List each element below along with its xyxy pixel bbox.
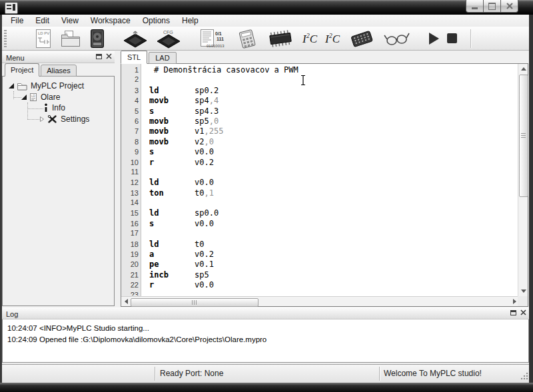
menu-item[interactable]: Edit xyxy=(29,15,55,27)
tab-project[interactable]: Project xyxy=(5,63,39,77)
expander-closed-icon[interactable] xyxy=(39,116,45,122)
svg-text:0/1: 0/1 xyxy=(215,31,222,36)
svg-text:01010013: 01010013 xyxy=(207,44,225,48)
new-file-button[interactable]: LD PV xyxy=(35,28,52,49)
code-operand: v0.1 xyxy=(195,260,214,269)
plc-diamond-upload-icon xyxy=(123,29,148,49)
log-title: Log xyxy=(2,310,18,318)
tree-item-settings[interactable]: Settings xyxy=(39,114,114,125)
line-number: 22 xyxy=(121,281,144,289)
code-line: 6movbsp5,0 xyxy=(121,116,518,126)
code-operand: sp4,4 xyxy=(195,96,219,105)
minimize-icon xyxy=(472,7,478,9)
svg-text:LD: LD xyxy=(31,94,36,97)
close-icon xyxy=(506,3,513,9)
float-log-panel-icon[interactable] xyxy=(510,310,516,315)
scroll-down-button[interactable] xyxy=(518,286,528,296)
stop-button[interactable] xyxy=(447,28,457,49)
menu-item[interactable]: Options xyxy=(137,15,176,27)
arrow-right-icon xyxy=(513,299,516,304)
expander-open-icon[interactable] xyxy=(9,83,14,89)
line-number: 4 xyxy=(121,97,144,104)
line-number: 14 xyxy=(121,198,144,206)
code-editor[interactable]: 1# Demonštrácia casovacov a PWM23ldsp0.2… xyxy=(121,63,528,307)
maximize-button[interactable] xyxy=(483,0,501,13)
log-entry: 10:24:07 <INFO>MyPLC Studio starting... xyxy=(7,323,524,334)
watch-button[interactable] xyxy=(384,28,410,49)
plc-config-button[interactable]: CFG xyxy=(156,28,181,49)
line-number: 19 xyxy=(121,250,144,258)
code-line: 14 xyxy=(121,198,518,208)
line-number: 1 xyxy=(121,66,144,74)
menu-item[interactable]: Workspace xyxy=(85,15,137,27)
close-log-panel-icon[interactable] xyxy=(520,309,526,315)
status-separator xyxy=(155,367,156,381)
save-button[interactable] xyxy=(89,28,105,49)
open-folder-icon xyxy=(60,29,81,48)
vertical-scroll-thumb[interactable] xyxy=(519,75,528,197)
horizontal-scroll-thumb[interactable] xyxy=(131,298,259,307)
code-line: 7movbv1,255 xyxy=(121,126,518,136)
code-line: 17 xyxy=(121,229,518,239)
code-instruction: ld xyxy=(149,240,195,249)
minimize-button[interactable] xyxy=(466,0,484,13)
chip-program-button[interactable] xyxy=(266,28,294,49)
tree-item-olare[interactable]: LD Olare xyxy=(21,92,114,103)
tab-aliases[interactable]: Aliases xyxy=(41,65,76,77)
code-instruction: movb xyxy=(149,126,195,136)
menu-item[interactable]: Help xyxy=(176,15,205,27)
expander-open-icon[interactable] xyxy=(21,95,27,100)
float-panel-icon[interactable] xyxy=(96,54,102,59)
vertical-scrollbar[interactable] xyxy=(518,64,528,296)
line-number: 16 xyxy=(121,220,144,228)
code-instruction: movb xyxy=(149,96,195,105)
chip-icon xyxy=(266,29,294,48)
resize-grip[interactable] xyxy=(521,373,528,380)
i2c-icon: I2C xyxy=(325,33,340,45)
scroll-up-button[interactable] xyxy=(518,64,528,74)
close-panel-icon[interactable] xyxy=(106,53,112,59)
line-number: 17 xyxy=(121,229,144,237)
sidebar-header: Menu xyxy=(2,51,115,63)
tab-lad[interactable]: LAD xyxy=(149,52,176,64)
open-project-button[interactable] xyxy=(60,28,81,49)
tree-item-myplc-project[interactable]: MyPLC Project xyxy=(9,81,114,92)
run-button[interactable] xyxy=(429,28,439,49)
line-number: 20 xyxy=(121,260,144,268)
code-operand: sp5,0 xyxy=(195,116,219,126)
text-cursor-icon xyxy=(300,75,306,89)
i2c-eeprom-button[interactable]: I2C xyxy=(325,28,340,49)
arrow-up-icon xyxy=(521,67,526,71)
horizontal-scrollbar[interactable] xyxy=(121,296,519,306)
code-instruction: a xyxy=(149,250,195,259)
svg-text:LD PV: LD PV xyxy=(38,31,49,35)
application-window: FileEditViewWorkspaceOptionsHelp LD PV xyxy=(0,0,533,392)
title-bar[interactable] xyxy=(0,0,533,15)
i2c-button[interactable]: I2C xyxy=(302,28,317,49)
calculator-button[interactable] xyxy=(236,28,259,49)
code-operand: sp5 xyxy=(195,270,209,280)
folder-icon xyxy=(17,82,27,91)
menu-item[interactable]: View xyxy=(55,15,85,27)
glasses-icon xyxy=(384,30,410,47)
calculator-icon xyxy=(236,29,259,49)
compile-binary-button[interactable]: 0/1 111 01010013 xyxy=(200,28,228,49)
code-operand: v0.2 xyxy=(195,158,214,167)
keypad-button[interactable] xyxy=(348,28,376,49)
scroll-left-button[interactable] xyxy=(121,297,131,306)
code-area[interactable]: 1# Demonštrácia casovacov a PWM23ldsp0.2… xyxy=(121,64,518,295)
download-to-plc-button[interactable] xyxy=(123,28,148,49)
tools-icon xyxy=(47,114,57,124)
code-instruction: movb xyxy=(149,137,195,146)
menu-item[interactable]: File xyxy=(5,15,29,27)
tree-item-info[interactable]: Info xyxy=(43,102,114,114)
close-button[interactable] xyxy=(500,0,518,13)
tab-stl[interactable]: STL xyxy=(121,51,147,64)
log-entries[interactable]: 10:24:07 <INFO>MyPLC Studio starting...1… xyxy=(2,319,529,363)
code-line: 12ldv0.0 xyxy=(121,178,518,188)
toolbar-grip[interactable] xyxy=(4,30,7,47)
project-tree: MyPLC Project LD Olare Info xyxy=(2,76,115,306)
line-number: 3 xyxy=(121,87,144,95)
app-icon xyxy=(5,2,18,14)
code-line: 1# Demonštrácia casovacov a PWM xyxy=(121,65,518,75)
